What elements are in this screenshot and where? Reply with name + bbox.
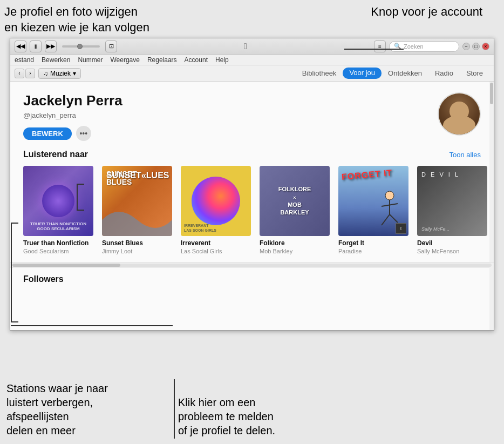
menu-bar: estand Bewerken Nummer Weergave Regelaar… <box>10 55 494 65</box>
sunset-wave <box>102 204 172 236</box>
volume-slider[interactable] <box>62 45 100 48</box>
album-cover-text: TRUER THAN NONFICTIONGOOD SECULARISM <box>26 221 90 232</box>
album-title: Forget It <box>338 239 408 247</box>
devil-title: D E V I L <box>421 171 460 178</box>
album-item[interactable]: FOLKLORE×MOBBARKLEY Folklore Mob Barkley <box>260 166 330 254</box>
album-artist: Paradise <box>338 248 408 254</box>
nav-tabs: Bibliotheek Voor jou Ontdekken Radio Sto… <box>296 68 489 79</box>
playback-controls: ◀◀ ⏸ ▶▶ ⊡ <box>15 41 117 52</box>
profile-name: Jackelyn Perra <box>23 92 438 109</box>
title-bar: ◀◀ ⏸ ▶▶ ⊡  ≡ 🔍 Zoeken − □ × <box>10 38 494 55</box>
annotation-bottomright-line3: of je profiel te delen. <box>178 425 275 436</box>
maximize-button[interactable]: □ <box>472 43 480 50</box>
album-artist: Good Secularism <box>23 248 93 254</box>
annotation-bottomleft-line1: Stations waar je naar <box>6 382 108 394</box>
annotation-topright: Knop voor je account <box>371 4 482 20</box>
forward-button[interactable]: ▶▶ <box>45 41 57 52</box>
nav-forward-button[interactable]: › <box>25 69 35 78</box>
more-button-bracket <box>77 184 84 211</box>
title-bar-right: ≡ 🔍 Zoeken − □ × <box>374 41 489 52</box>
menu-bestand[interactable]: estand <box>15 56 34 64</box>
svg-line-9 <box>382 214 390 225</box>
album-item[interactable]: IRREVERANTLAS SOON GIRLS Irreverent Las … <box>181 166 251 254</box>
menu-help[interactable]: Help <box>215 56 229 64</box>
album-artist: Sally McFenson <box>417 248 487 254</box>
profile-buttons: BEWERK ••• <box>23 126 438 141</box>
menu-account[interactable]: Account <box>185 56 208 64</box>
avatar-image <box>439 93 480 134</box>
album-cover-irreverent: IRREVERANTLAS SOON GIRLS <box>181 166 251 236</box>
album-cover-sunset: SUNSETBLUES <box>102 166 172 236</box>
annotation-topright-text: Knop voor je account <box>371 5 482 18</box>
search-box[interactable]: 🔍 Zoeken <box>389 41 459 52</box>
source-label: Muziek <box>50 70 71 77</box>
source-selector[interactable]: ♫ Muziek ▾ <box>38 68 81 79</box>
show-all-link[interactable]: Toon alles <box>449 151 481 159</box>
devil-artist-text: Sally McFe... <box>421 226 449 232</box>
album-item[interactable]: FORGET IT E Forget It Paradise <box>338 166 408 254</box>
edit-button[interactable]: BEWERK <box>23 127 72 140</box>
folklore-text: FOLKLORE×MOBBARKLEY <box>278 185 311 217</box>
svg-line-10 <box>390 214 398 223</box>
irreverent-art <box>186 171 246 231</box>
nav-arrows: ‹ › <box>15 69 35 78</box>
minimize-button[interactable]: − <box>462 43 470 50</box>
tab-store[interactable]: Store <box>460 68 489 79</box>
album-item[interactable]: D E V I L Sally McFe... Devil Sally McFe… <box>417 166 487 254</box>
airplay-button[interactable]: ⊡ <box>105 41 117 52</box>
profile-avatar <box>438 92 481 136</box>
section-title: Luisterend naar <box>23 150 88 159</box>
annotation-topleft-line2: en kiezen wie je kan volgen <box>4 21 149 34</box>
annotation-bottomleft-line4: delen en meer <box>6 425 76 436</box>
tab-ontdekken[interactable]: Ontdekken <box>382 68 428 79</box>
svg-point-6 <box>385 191 394 200</box>
menu-nummer[interactable]: Nummer <box>78 56 103 64</box>
menu-bewerken[interactable]: Bewerken <box>42 56 70 64</box>
album-artist: Mob Barkley <box>260 248 330 254</box>
svg-point-4 <box>203 204 207 208</box>
nav-bar: ‹ › ♫ Muziek ▾ Bibliotheek Voor jou Ontd… <box>10 65 494 82</box>
album-title: Sunset Blues <box>102 239 172 247</box>
annotation-bottomright-line1: Klik hier om een <box>178 396 255 408</box>
rewind-button[interactable]: ◀◀ <box>15 41 26 52</box>
close-button[interactable]: × <box>482 43 489 50</box>
annotation-bottomright: Klik hier om een probleem te melden of j… <box>178 395 329 438</box>
svg-point-2 <box>221 195 227 201</box>
volume-slider-thumb[interactable] <box>77 44 83 49</box>
window-controls: − □ × <box>462 43 489 50</box>
album-cover-devil: D E V I L Sally McFe... <box>417 166 487 236</box>
scroll-bar-thumb[interactable] <box>12 264 120 267</box>
play-pause-button[interactable]: ⏸ <box>30 41 42 52</box>
annotation-bottomright-line2: probleem te melden <box>178 411 274 422</box>
menu-regelaars[interactable]: Regelaars <box>147 56 177 64</box>
tab-voor-jou[interactable]: Voor jou <box>343 68 382 79</box>
list-view-button[interactable]: ≡ <box>374 41 386 52</box>
search-placeholder: Zoeken <box>404 43 424 50</box>
bracket-bottom-line <box>11 325 173 326</box>
left-bracket-annotation <box>11 223 18 322</box>
menu-weergave[interactable]: Weergave <box>110 56 139 64</box>
annotation-bottomleft-line2: luistert verbergen, <box>6 396 93 408</box>
album-title: Truer than Nonfiction <box>23 239 93 247</box>
tab-radio[interactable]: Radio <box>428 68 460 79</box>
scroll-bar-track <box>12 264 492 267</box>
svg-point-0 <box>200 185 232 217</box>
annotation-topleft-line1: Je profiel en foto wijzigen <box>4 5 138 18</box>
album-cover-forget: FORGET IT E <box>338 166 408 236</box>
album-title: Devil <box>417 239 487 247</box>
followers-section: Followers <box>10 267 494 284</box>
album-title: Irreverent <box>181 239 251 247</box>
profile-section: Jackelyn Perra @jackelyn_perra BEWERK ••… <box>10 82 494 150</box>
tab-bibliotheek[interactable]: Bibliotheek <box>296 68 343 79</box>
annotation-bottomleft: Stations waar je naar luistert verbergen… <box>6 381 163 438</box>
followers-title: Followers <box>23 274 481 284</box>
annotation-bottomleft-line3: afspeellijsten <box>6 411 69 422</box>
more-button[interactable]: ••• <box>76 126 91 141</box>
album-artist: Jimmy Loot <box>102 248 172 254</box>
bottom-divider-line <box>174 379 175 439</box>
more-icon: ••• <box>79 129 87 138</box>
album-item[interactable]: SUNSETBLUES Sunset Blues Jimmy Loot <box>102 166 172 254</box>
apple-logo:  <box>244 42 247 51</box>
nav-back-button[interactable]: ‹ <box>15 69 24 78</box>
scroll-bar-area[interactable] <box>10 262 494 267</box>
